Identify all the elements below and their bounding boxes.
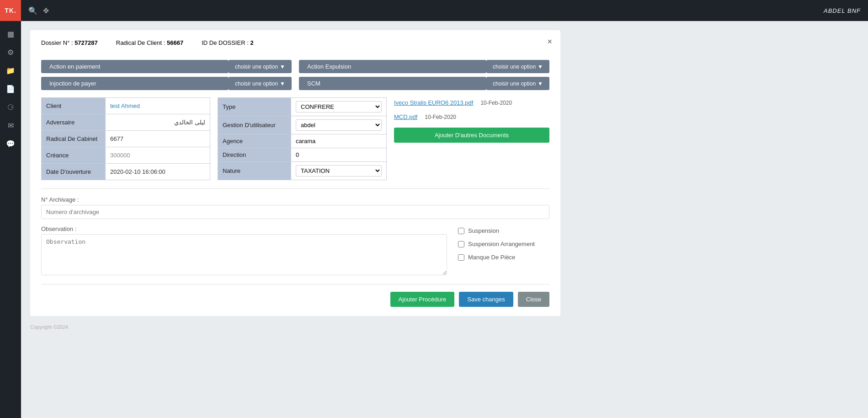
modal-card: Dossier N° : 5727287 Radical De Client :…: [30, 30, 560, 316]
gestion-select[interactable]: abdel: [296, 119, 382, 131]
id-label-text: ID De DOSSIER :: [202, 39, 249, 46]
search-icon[interactable]: 🔍: [28, 6, 37, 15]
divider-2: [41, 284, 549, 284]
radical-cabinet-label: Radical De Cabinet: [42, 131, 106, 147]
type-label: Type: [218, 98, 291, 116]
close-button[interactable]: Close: [518, 292, 549, 307]
chart-icon[interactable]: ▩: [0, 25, 21, 43]
archivage-label: N° Archivage :: [41, 196, 549, 203]
table-row: Gestion D'utilisateur abdel: [218, 116, 387, 134]
doc-link-1[interactable]: Iveco Stralis EURO6 2013.pdf: [394, 99, 473, 106]
table-row: Client test Ahmed: [42, 98, 210, 114]
table-row: Nature TAXATION: [218, 162, 387, 180]
action-paiement-select[interactable]: choisir une option ▼: [229, 60, 292, 73]
id-label: ID De DOSSIER : 2: [202, 39, 253, 46]
save-changes-button[interactable]: Save changes: [459, 292, 513, 307]
gestion-label: Gestion D'utilisateur: [218, 116, 291, 134]
agence-value: carama: [291, 134, 387, 148]
info-section: Client test Ahmed Adversaire ليلى الخالد…: [41, 97, 549, 180]
suspension-arrangement-label: Suspension Arrangement: [468, 241, 535, 247]
suspension-checkbox[interactable]: [458, 228, 464, 234]
main-content: Dossier N° : 5727287 Radical De Client :…: [21, 21, 868, 418]
observation-section: Observation : Suspension Suspension Arra…: [41, 225, 549, 277]
action-group-left-2: Injoction de payer choisir une option ▼: [41, 77, 292, 90]
gear-icon[interactable]: ⚙: [0, 43, 21, 61]
checkbox-manque-piece[interactable]: Manque De Pièce: [458, 254, 549, 261]
action-paiement-label: Action en paiement: [41, 60, 229, 73]
suspension-label: Suspension: [468, 227, 499, 234]
table-row: Direction 0: [218, 148, 387, 162]
date-ouverture-label: Date D'ouverture: [42, 164, 106, 180]
nature-value[interactable]: TAXATION: [291, 162, 387, 180]
action-group-right-2: SCM choisir une option ▼: [299, 77, 549, 90]
dossier-label-text: Dossier N° :: [41, 39, 73, 46]
adversaire-value: ليلى الخالدي: [106, 114, 210, 131]
observation-textarea[interactable]: [41, 234, 447, 275]
adversaire-label: Adversaire: [42, 114, 106, 131]
expand-icon[interactable]: ✥: [43, 6, 49, 15]
add-procedure-button[interactable]: Ajouter Procédure: [390, 292, 455, 307]
action-injoction-label: Injoction de payer: [41, 77, 229, 90]
action-expulsion-label: Action Expulsion: [299, 60, 486, 73]
type-select[interactable]: CONFRERE: [296, 101, 382, 113]
copyright: Copyright ©2024.: [30, 324, 859, 330]
dossier-value: 5727287: [75, 39, 98, 46]
table-row: Adversaire ليلى الخالدي: [42, 114, 210, 131]
action-scm-select[interactable]: choisir une option ▼: [486, 77, 549, 90]
direction-value: 0: [291, 148, 387, 162]
checkbox-suspension-arrangement[interactable]: Suspension Arrangement: [458, 241, 549, 247]
archivage-input[interactable]: [41, 205, 549, 219]
table-row: Créance: [42, 147, 210, 164]
close-icon[interactable]: ×: [547, 38, 552, 46]
dossier-label: Dossier N° : 5727287: [41, 39, 98, 46]
radical-label-text: Radical De Client :: [116, 39, 165, 46]
chat-icon[interactable]: 💬: [0, 134, 21, 153]
divider-1: [41, 188, 549, 189]
topbar: 🔍 ✥ ABDEL BNF: [21, 0, 868, 21]
doc-link-2[interactable]: MCD.pdf: [394, 113, 417, 120]
action-scm-label: SCM: [299, 77, 486, 90]
user-display: ABDEL BNF: [824, 7, 861, 14]
action-expulsion-select[interactable]: choisir une option ▼: [486, 60, 549, 73]
app-logo[interactable]: TK.: [0, 0, 21, 21]
id-value: 2: [250, 39, 253, 46]
manque-piece-checkbox[interactable]: [458, 254, 464, 261]
nature-label: Nature: [218, 162, 291, 180]
radical-value: 56667: [167, 39, 183, 46]
gestion-value[interactable]: abdel: [291, 116, 387, 134]
nature-select[interactable]: TAXATION: [296, 165, 382, 177]
center-info-table: Type CONFRERE Gestion D'utilisateur abde…: [218, 97, 387, 180]
footer-buttons: Ajouter Procédure Save changes Close: [41, 292, 549, 307]
table-row: Radical De Cabinet 6677: [42, 131, 210, 147]
layers-icon[interactable]: ⚆: [0, 98, 21, 116]
doc-date-2: 10-Feb-2020: [425, 114, 456, 120]
radical-label: Radical De Client : 56667: [116, 39, 183, 46]
type-value[interactable]: CONFRERE: [291, 98, 387, 116]
add-docs-button[interactable]: Ajouter D'autres Documents: [394, 128, 549, 143]
action-rows: Action en paiement choisir une option ▼ …: [41, 60, 549, 90]
doc-date-1: 10-Feb-2020: [480, 100, 512, 106]
creance-value[interactable]: [106, 147, 210, 164]
checkbox-suspension[interactable]: Suspension: [458, 227, 549, 234]
table-row: Type CONFRERE: [218, 98, 387, 116]
sidebar: TK. ▩ ⚙ 📁 📄 ⚆ ✉ 💬: [0, 0, 21, 418]
table-row: Agence carama: [218, 134, 387, 148]
doc-row-2: MCD.pdf 10-Feb-2020: [394, 112, 549, 122]
folder-icon[interactable]: 📁: [0, 61, 21, 80]
archivage-section: N° Archivage :: [41, 196, 549, 219]
manque-piece-label: Manque De Pièce: [468, 254, 515, 261]
action-group-right-1: Action Expulsion choisir une option ▼: [299, 60, 549, 73]
suspension-arrangement-checkbox[interactable]: [458, 241, 464, 247]
action-row-2: Injoction de payer choisir une option ▼ …: [41, 77, 549, 90]
checkboxes-col: Suspension Suspension Arrangement Manque…: [458, 225, 549, 277]
creance-label: Créance: [42, 147, 106, 164]
agence-label: Agence: [218, 134, 291, 148]
client-label: Client: [42, 98, 106, 114]
inbox-icon[interactable]: ✉: [0, 116, 21, 134]
creance-input[interactable]: [110, 152, 205, 159]
action-injoction-select[interactable]: choisir une option ▼: [229, 77, 292, 90]
action-row-1: Action en paiement choisir une option ▼ …: [41, 60, 549, 73]
file-icon[interactable]: 📄: [0, 80, 21, 98]
right-docs: Iveco Stralis EURO6 2013.pdf 10-Feb-2020…: [394, 97, 549, 180]
doc-row-1: Iveco Stralis EURO6 2013.pdf 10-Feb-2020: [394, 97, 549, 108]
